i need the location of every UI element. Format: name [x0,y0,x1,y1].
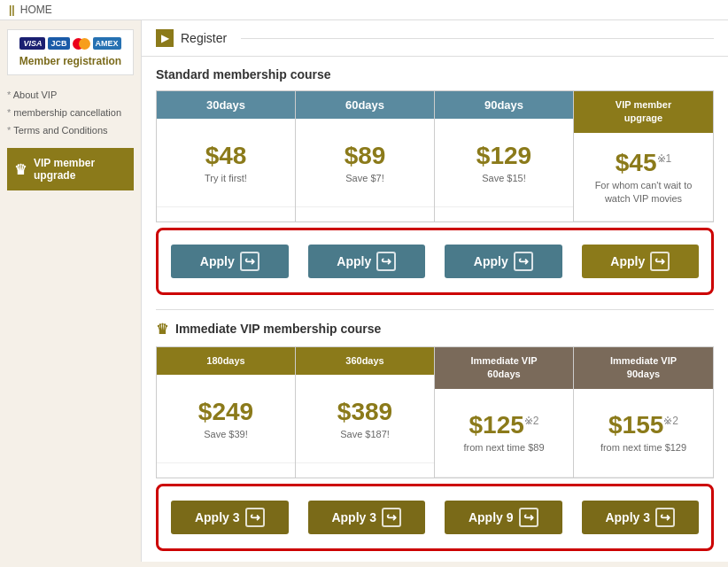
vip-plan-subtitle-ivip-90: from next time $129 [600,441,686,454]
vip-apply-section-ivip-90: Apply 3 ↪ [575,492,707,543]
plan-header-30days: 30days [157,91,295,119]
plan-subtitle-30days: Try it first! [205,172,247,185]
apply-button-30days[interactable]: Apply ↪ [171,245,289,278]
vip-title-text: Immediate VIP membership course [175,322,381,336]
plan-price-90days: $129 [476,144,531,168]
vip-apply-icon-180days: ↪ [245,508,265,527]
plan-price-area-30days: $48 Try it first! [157,119,295,207]
vip-crown-icon: ♛ [156,321,168,338]
sidebar-item-terms[interactable]: Terms and Conditions [7,121,134,139]
apply-section-90days: Apply ↪ [438,236,569,287]
sidebar-item-about-vip[interactable]: About VIP [7,86,134,104]
vip-plan-subtitle-ivip-60: from next time $89 [463,441,544,454]
apply-icon-30days: ↪ [240,252,259,271]
vip-plan-col-ivip-90: Immediate VIP90days $155※2 from next tim… [574,347,713,478]
vip-note-ivip-60: ※2 [524,415,539,427]
vip-plan-price-area-ivip-60: $125※2 from next time $89 [435,389,573,478]
apply-label-90days: Apply [474,254,508,268]
vip-apply-icon-ivip-90: ↪ [655,508,675,527]
vip-plan-header-180days: 180days [157,347,295,375]
card-logos: VISA JCB AMEX [15,37,126,50]
vip-plan-col-180days: 180days $249 Save $39! [157,347,296,478]
apply-section-30days: Apply ↪ [164,236,296,287]
apply-button-60days[interactable]: Apply ↪ [308,245,426,278]
vip-apply-icon-360days: ↪ [382,508,401,527]
plan-subtitle-vip: For whom can't wait to watch VIP movies [581,179,706,206]
top-bar-separator: || [9,4,15,16]
main-content: ▶ Register Standard membership course 30… [142,20,728,562]
vip-plan-price-ivip-60: $125※2 [469,413,539,438]
standard-apply-row: Apply ↪ Apply ↪ Apply ↪ [164,236,706,287]
plan-header-60days: 60days [296,91,434,119]
crown-icon: ♛ [14,161,27,178]
standard-plans-grid: 30days $48 Try it first! 60days $89 Save… [156,90,714,222]
plan-price-area-vip: $45※1 For whom can't wait to watch VIP m… [574,133,713,221]
plan-price-vip: $45※1 [616,151,671,175]
vip-plan-price-area-360days: $389 Save $187! [296,375,434,463]
plan-col-30days: 30days $48 Try it first! [157,91,296,221]
apply-icon-60days: ↪ [376,252,396,271]
register-arrow-icon: ▶ [156,29,174,47]
vip-plan-price-360days: $389 [337,400,392,424]
apply-button-vip-upgrade[interactable]: Apply ↪ [582,245,700,278]
vip-plan-col-360days: 360days $389 Save $187! [296,347,435,478]
apply-label-60days: Apply [337,254,371,268]
apply-icon-90days: ↪ [514,252,533,271]
apply-label-30days: Apply [200,254,235,268]
vip-plan-header-ivip-90: Immediate VIP90days [574,347,713,389]
register-title: Register [181,31,227,45]
vip-plans-grid: 180days $249 Save $39! 360days $389 Save… [156,346,714,478]
top-bar: || HOME [0,0,728,20]
register-header: ▶ Register [142,20,728,57]
visa-card-icon: VISA [19,37,45,50]
vip-plan-price-area-ivip-90: $155※2 from next time $129 [574,389,713,478]
vip-apply-button-ivip-90[interactable]: Apply 3 ↪ [582,501,700,534]
apply-section-60days: Apply ↪ [301,236,433,287]
plan-price-60days: $89 [345,144,386,168]
plan-price-30days: $48 [205,144,247,168]
vip-plan-col-ivip-60: Immediate VIP60days $125※2 from next tim… [435,347,574,478]
vip-apply-button-ivip-60[interactable]: Apply 9 ↪ [445,501,562,534]
mastercard-icon [73,37,90,50]
member-registration-label: Member registration [15,55,126,67]
amex-card-icon: AMEX [93,37,121,50]
sidebar: VISA JCB AMEX Member registration About … [0,20,142,562]
apply-button-90days[interactable]: Apply ↪ [445,245,562,278]
vip-apply-section-360days: Apply 3 ↪ [301,492,433,543]
plan-note-vip: ※1 [657,152,672,165]
plan-price-area-90days: $129 Save $15! [435,119,573,207]
vip-apply-icon-ivip-60: ↪ [519,508,538,527]
vip-apply-label-180days: Apply 3 [195,510,240,524]
standard-section: Standard membership course 30days $48 Tr… [142,57,728,306]
vip-upgrade-button[interactable]: ♛ VIP member upgrade [7,148,134,190]
vip-upgrade-label: VIP member upgrade [34,157,127,182]
vip-apply-row: Apply 3 ↪ Apply 3 ↪ Apply 9 ↪ [164,492,706,543]
vip-section: ♛ Immediate VIP membership course 180day… [142,314,728,562]
apply-icon-vip-upgrade: ↪ [650,252,670,271]
vip-plan-subtitle-180days: Save $39! [204,428,248,441]
plan-subtitle-90days: Save $15! [482,172,526,185]
vip-apply-button-360days[interactable]: Apply 3 ↪ [308,501,426,534]
sidebar-logo: VISA JCB AMEX Member registration [7,29,134,75]
sidebar-nav: About VIP membership cancellation Terms … [0,86,141,139]
plan-header-90days: 90days [435,91,573,119]
standard-apply-highlight: Apply ↪ Apply ↪ Apply ↪ [156,228,714,295]
vip-plan-header-360days: 360days [296,347,434,375]
plan-col-vip-upgrade: VIP memberupgrage $45※1 For whom can't w… [574,91,713,221]
standard-section-title: Standard membership course [156,67,714,82]
vip-plan-header-ivip-60: Immediate VIP60days [435,347,573,389]
plan-col-60days: 60days $89 Save $7! [296,91,435,221]
plan-price-area-60days: $89 Save $7! [296,119,434,207]
vip-section-title: ♛ Immediate VIP membership course [156,321,714,338]
plan-col-90days: 90days $129 Save $15! [435,91,574,221]
jcb-card-icon: JCB [48,37,69,50]
apply-section-vip-upgrade: Apply ↪ [575,236,707,287]
plan-header-vip-upgrade: VIP memberupgrage [574,91,713,133]
vip-apply-section-180days: Apply 3 ↪ [164,492,296,543]
home-link[interactable]: HOME [20,4,52,16]
sidebar-item-membership-cancellation[interactable]: membership cancellation [7,104,134,121]
vip-apply-label-ivip-60: Apply 9 [469,510,514,524]
vip-apply-label-ivip-90: Apply 3 [605,510,650,524]
vip-apply-button-180days[interactable]: Apply 3 ↪ [171,501,289,534]
vip-plan-subtitle-360days: Save $187! [340,428,390,441]
